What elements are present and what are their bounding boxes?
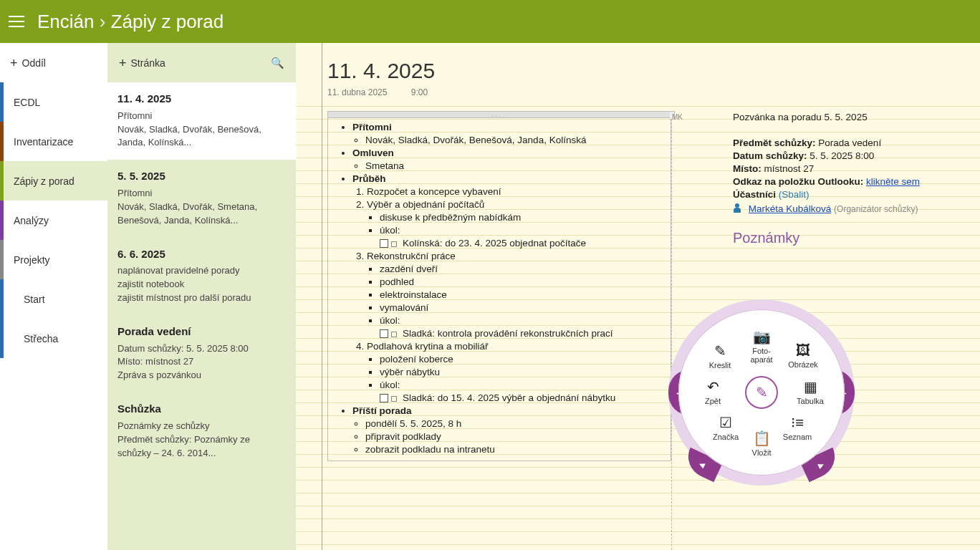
text: položení koberce [380,353,663,366]
heading-prubeh: Průběh [352,173,386,184]
text: Výběr a objednání počítačů [367,199,484,210]
page-card-line: Místo: místnost 27 [117,355,286,369]
task-checkbox[interactable] [380,239,388,248]
undo-icon: ↶ [690,378,736,395]
task-tag-icon [391,396,397,402]
task-text: Sladká: do 15. 4. 2025 výběr a objednání… [403,392,615,403]
collapse-link[interactable]: (Sbalit) [779,189,810,200]
invite-header: Pozvánka na poradu 5. 5. 2025 [733,111,962,124]
text: připravit podklady [365,430,663,443]
page-card[interactable]: Schůzka Poznámky ze schůzky Předmět schů… [107,392,296,470]
radial-item-label: Foto- aparát [750,347,772,364]
text: pondělí 5. 5. 2025, 8 h [365,418,663,430]
search-icon[interactable]: 🔍 [271,57,284,69]
section-label: Analýzy [14,215,49,226]
radial-item-zpet[interactable]: ↶Zpět [690,378,736,405]
plus-icon: + [119,57,127,69]
text: diskuse k předběžným nabídkám [380,211,663,224]
section-sub-start[interactable]: Start [0,279,107,319]
margin-line [322,43,322,550]
section-item-analyzy[interactable]: Analýzy [0,201,107,240]
frame-body[interactable]: Přítomni Novák, Sladká, Dvořák, Benešová… [328,118,671,460]
page-card[interactable]: 11. 4. 2025 Přítomni Novák, Sladká, Dvoř… [107,82,296,160]
page-card-line: Novák, Sladká, Dvořák, Benešová, Janda, … [117,123,286,150]
notebook-name: Encián [37,11,95,32]
page-card-line: naplánovat pravidelné porady [117,264,286,278]
radial-item-tabulka[interactable]: ▦Tabulka [787,378,833,405]
pages-list: + Stránka 🔍 11. 4. 2025 Přítomni Novák, … [107,43,296,550]
page-card-title: 5. 5. 2025 [117,168,286,184]
page-card[interactable]: Porada vedení Datum schůzky: 5. 5. 2025 … [107,315,296,392]
invite-block[interactable]: MK Pozvánka na poradu 5. 5. 2025 Předmět… [676,111,962,244]
list-icon: ⁝≡ [774,414,820,431]
person-icon [733,203,741,213]
add-section-label: Oddíl [22,57,46,69]
page-card[interactable]: 5. 5. 2025 Přítomni Novák, Sladká, Dvořá… [107,160,296,237]
add-page-button[interactable]: + Stránka [119,57,165,69]
radial-item-label: Kreslit [709,361,731,370]
task-text: Kolínská: do 23. 4. 2025 objednat počíta… [403,238,586,249]
page-card-line: zajistit místnost pro další poradu [117,291,286,305]
text: Podlahová krytina a mobiliář [367,341,489,352]
page-card-line: Přítomni [117,110,286,123]
page-card-title: Porada vedení [117,324,286,339]
page-date: 11. dubna 2025 [327,87,387,97]
page-card-title: 11. 4. 2025 [117,91,286,107]
section-item-inventarizace[interactable]: Inventarizace [0,122,107,161]
text: úkol: [380,315,400,326]
task-text: Sladká: kontrola provádění rekonstrukční… [403,328,612,339]
text: elektroinstalace [380,289,663,301]
sections-sidebar: + Oddíl ECDL Inventarizace Zápiy z porad… [0,43,107,550]
add-section-button[interactable]: + Oddíl [0,43,107,82]
section-label: Zápiy z porad [14,175,75,187]
hamburger-icon[interactable] [9,16,24,27]
radial-item-label: Seznam [783,433,812,441]
section-item-ecdl[interactable]: ECDL [0,82,107,122]
invite-label: Odkaz na položku Outlooku: [733,176,863,187]
outlook-link[interactable]: klikněte sem [866,176,920,187]
section-item-zapiy[interactable]: Zápiy z porad [0,161,107,201]
radial-item-seznam[interactable]: ⁝≡Seznam [774,414,820,441]
page-card-line: Datum schůzky: 5. 5. 2025 8:00 [117,342,286,356]
frame-grip[interactable]: .... [328,112,671,118]
radial-item-label: Tabulka [797,397,824,405]
task-checkbox[interactable] [380,394,388,402]
section-label: ECDL [14,97,40,108]
radial-item-kreslit[interactable]: ✎Kreslit [697,342,743,370]
page-card-line: Poznámky ze schůzky [117,420,286,433]
page-card-line: Zpráva s pozvánkou [117,369,286,382]
invite-label: Předmět schůzky: [733,138,816,148]
task-tag-icon [391,241,397,247]
text: Rozpočet a koncepce vybavení [367,185,663,198]
radial-menu[interactable]: ◀ ▶ ◀ ▶ ✎ ✎Kreslit 📷Foto- aparát 🖼Obráze… [668,299,855,486]
tag-icon: ☑ [703,414,749,431]
text: Rekonstrukční práce [367,251,456,261]
heading-pritomni: Přítomni [352,122,392,132]
page-card[interactable]: 6. 6. 2025 naplánovat pravidelné porady … [107,238,296,315]
radial-item-foto[interactable]: 📷Foto- aparát [739,328,784,364]
page-card-title: Schůzka [117,401,286,417]
invite-label: Místo: [733,163,762,174]
invite-value: místnost 27 [764,163,815,174]
note-canvas[interactable]: 11. 4. 2025 11. dubna 2025 9:00 .... Pří… [296,43,980,550]
organizer-link[interactable]: Markéta Kubálková [749,203,832,214]
section-sub-label: Start [24,294,45,305]
radial-center-button[interactable]: ✎ [745,376,778,409]
task-checkbox[interactable] [380,329,388,338]
text: Novák, Sladká, Dvořák, Benešová, Janda, … [365,134,663,147]
page-title[interactable]: 11. 4. 2025 [327,59,435,83]
page-card-line: zajistit notebook [117,278,286,291]
notes-heading: Poznámky [733,231,962,244]
page-card-line: Přítomni [117,187,286,201]
invite-label: Účastníci [733,189,776,200]
section-sub-strecha[interactable]: Střecha [0,319,107,358]
section-item-projekty[interactable]: Projekty [0,240,107,279]
invite-label: Datum schůzky: [733,150,807,161]
text: zobrazit podkladu na intranetu [365,443,663,456]
text: Smetana [365,160,663,173]
section-name: Zápiy z porad [111,11,224,32]
note-frame[interactable]: .... Přítomni Novák, Sladká, Dvořák, Ben… [327,111,671,461]
pen-icon: ✎ [697,342,743,360]
radial-item-obrazek[interactable]: 🖼Obrázek [780,342,826,369]
section-label: Inventarizace [14,136,73,148]
